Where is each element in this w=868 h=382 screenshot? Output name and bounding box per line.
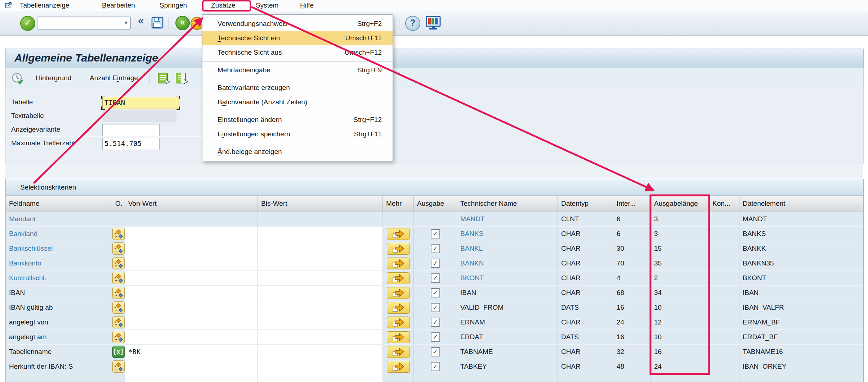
menu-item-aendbelege-anzeigen[interactable]: Änd.belege anzeigen: [202, 145, 393, 159]
new-session-button[interactable]: [425, 15, 442, 32]
menu-item-batchvariante-anzahl[interactable]: Batchvariante (Anzahl Zeilen): [202, 95, 393, 109]
bis-wert-input[interactable]: [258, 256, 383, 271]
bis-wert-input[interactable]: [258, 345, 383, 359]
multiple-selection-button[interactable]: [387, 317, 410, 328]
von-wert-input[interactable]: [125, 286, 258, 300]
header-option[interactable]: O.: [112, 196, 125, 212]
von-wert-input[interactable]: [125, 212, 258, 227]
enter-button[interactable]: ✓: [20, 16, 35, 31]
multiple-selection-button[interactable]: [387, 361, 410, 373]
menu-item-technische-sicht-aus[interactable]: Technische Sicht ausUmsch+F12: [202, 45, 393, 60]
bis-wert-input[interactable]: [258, 315, 383, 330]
selection-option-button[interactable]: [112, 316, 125, 328]
ausgabe-checkbox[interactable]: ✓: [431, 332, 440, 342]
ausgabe-checkbox[interactable]: ✓: [431, 303, 440, 312]
multiple-selection-button[interactable]: [387, 228, 410, 240]
bis-wert-input[interactable]: [258, 271, 383, 286]
multiple-selection-button[interactable]: [387, 243, 410, 255]
menu-springen[interactable]: Springen: [160, 0, 187, 11]
anzeigevariante-input[interactable]: [102, 124, 160, 136]
menu-item-mehrfacheingabe[interactable]: MehrfacheingabeStrg+F9: [202, 63, 393, 77]
header-datentyp[interactable]: Datentyp: [558, 196, 613, 212]
von-wert-input[interactable]: [125, 271, 258, 286]
selection-option-button[interactable]: [x]: [112, 346, 125, 358]
von-wert-input[interactable]: [125, 300, 258, 315]
datentyp-cell: CHAR: [558, 241, 613, 256]
header-ausgabelaenge[interactable]: Ausgabelänge: [651, 196, 709, 212]
collapse-toolbar-icon[interactable]: «: [138, 14, 144, 27]
von-wert-input[interactable]: [125, 315, 258, 330]
help-button[interactable]: ?: [405, 16, 420, 31]
selection-option-button[interactable]: [112, 242, 125, 255]
ausgabe-checkbox[interactable]: ✓: [431, 347, 440, 356]
ausgabe-checkbox[interactable]: ✓: [431, 259, 440, 268]
bis-wert-input[interactable]: [258, 241, 383, 256]
preview-list-button[interactable]: [175, 72, 189, 86]
von-wert-input[interactable]: [125, 227, 258, 241]
dropdown-arrow-icon[interactable]: ▼: [124, 20, 128, 26]
ausgabe-checkbox[interactable]: ✓: [431, 318, 440, 327]
anzahl-eintraege-button[interactable]: Anzahl Einträge: [90, 68, 138, 89]
menu-tabellenanzeige[interactable]: Tabellenanzeige: [20, 0, 69, 11]
von-wert-input[interactable]: *BK: [125, 345, 258, 359]
header-bis-wert[interactable]: Bis-Wert: [258, 196, 383, 212]
print-list-button[interactable]: [157, 72, 171, 86]
selection-option-button[interactable]: [112, 287, 125, 299]
ausgabe-checkbox[interactable]: ✓: [431, 273, 440, 283]
bis-wert-input[interactable]: [258, 286, 383, 300]
header-mehr[interactable]: Mehr: [383, 196, 414, 212]
header-feldname[interactable]: Feldname: [6, 196, 112, 212]
command-field[interactable]: ▼: [37, 17, 131, 29]
bis-wert-input[interactable]: [258, 212, 383, 227]
menu-item-batchvariante-erzeugen[interactable]: Batchvariante erzeugen: [202, 81, 393, 95]
menu-zusaetze[interactable]: Zusätze: [211, 0, 236, 11]
execute-background-icon[interactable]: [11, 72, 24, 87]
exit-button[interactable]: [191, 17, 203, 30]
header-technischer-name[interactable]: Technischer Name: [457, 196, 558, 212]
von-wert-input[interactable]: [125, 374, 258, 382]
ausgabe-checkbox[interactable]: ✓: [431, 288, 440, 297]
menu-item-verwendungsnachweis[interactable]: VerwendungsnachweisStrg+F2: [202, 17, 393, 31]
selection-option-button[interactable]: [112, 228, 125, 240]
multiple-selection-button[interactable]: [387, 272, 410, 284]
bis-wert-input[interactable]: [258, 227, 383, 241]
header-interne-laenge[interactable]: Inter...: [613, 196, 651, 212]
tabelle-input[interactable]: TIBAN: [102, 97, 179, 109]
multiple-selection-button[interactable]: [387, 331, 410, 343]
hintergrund-button[interactable]: Hintergrund: [36, 68, 71, 89]
selection-option-button[interactable]: [112, 272, 125, 284]
menu-item-einstellungen-aendern[interactable]: Einstellungen ändernStrg+F12: [202, 113, 393, 127]
von-wert-input[interactable]: [125, 256, 258, 271]
kon-cell: [709, 227, 739, 241]
selection-option-button[interactable]: [112, 331, 125, 343]
multiple-selection-button[interactable]: [387, 302, 410, 314]
selection-option-button[interactable]: [112, 301, 125, 314]
menu-system[interactable]: System: [256, 0, 278, 11]
header-datenelement[interactable]: Datenelement: [739, 196, 863, 212]
back-button[interactable]: «: [175, 16, 190, 30]
menu-hilfe[interactable]: Hilfe: [300, 0, 314, 11]
bis-wert-input[interactable]: [258, 330, 383, 345]
ausgabe-checkbox[interactable]: ✓: [431, 362, 440, 371]
von-wert-input[interactable]: [125, 359, 258, 374]
header-ausgabe[interactable]: Ausgabe: [414, 196, 457, 212]
multiple-selection-button[interactable]: [387, 287, 410, 299]
multiple-selection-button[interactable]: [387, 346, 410, 358]
von-wert-input[interactable]: [125, 330, 258, 345]
header-kon[interactable]: Kon...: [709, 196, 739, 212]
von-wert-input[interactable]: [125, 241, 258, 256]
menu-bearbeiten[interactable]: Bearbeiten: [102, 0, 135, 11]
selection-option-button[interactable]: [112, 257, 125, 269]
menu-item-technische-sicht-ein[interactable]: Technische Sicht einUmsch+F11: [202, 31, 393, 45]
multiple-selection-button[interactable]: [387, 258, 410, 269]
bis-wert-input[interactable]: [258, 374, 383, 382]
ausgabe-checkbox[interactable]: ✓: [431, 244, 440, 253]
bis-wert-input[interactable]: [258, 359, 383, 374]
header-von-wert[interactable]: Von-Wert: [125, 196, 258, 212]
bis-wert-input[interactable]: [258, 300, 383, 315]
trefferzahl-input[interactable]: 5.514.705: [102, 138, 160, 150]
save-button[interactable]: [151, 16, 164, 31]
ausgabe-checkbox[interactable]: ✓: [431, 229, 440, 238]
menu-item-einstellungen-speichern[interactable]: Einstellungen speichernStrg+F11: [202, 127, 393, 141]
selection-option-button[interactable]: [112, 360, 125, 373]
